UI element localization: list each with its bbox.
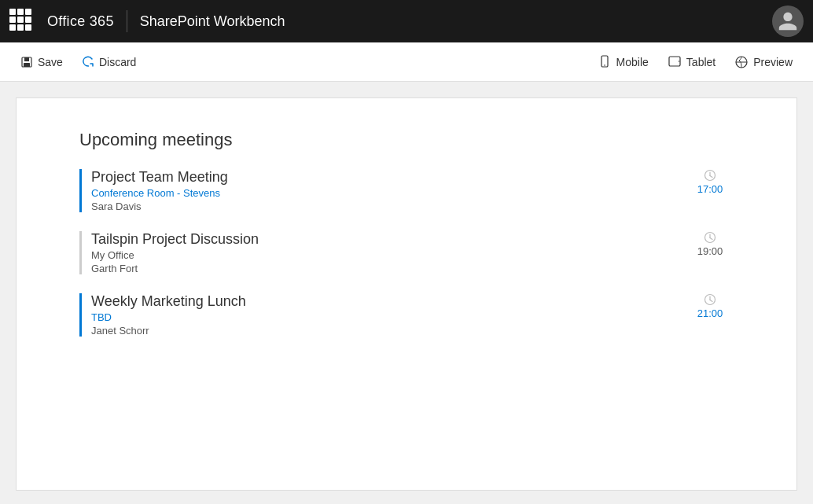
meeting-time-column: 21:00 (686, 293, 734, 319)
title-separator (127, 10, 127, 32)
tablet-icon (668, 55, 682, 69)
meeting-item: Project Team Meeting Conference Room - S… (79, 169, 734, 212)
meeting-details: Weekly Marketing Lunch TBD Janet Schorr (91, 293, 686, 337)
meeting-time: 17:00 (697, 183, 723, 195)
meeting-title: Weekly Marketing Lunch (91, 293, 686, 310)
meetings-list: Project Team Meeting Conference Room - S… (79, 169, 734, 337)
meeting-time-column: 19:00 (686, 231, 734, 257)
tablet-button[interactable]: Tablet (660, 50, 723, 74)
canvas-area: Upcoming meetings Project Team Meeting C… (16, 97, 797, 491)
clock-icon (704, 169, 716, 182)
meeting-details: Project Team Meeting Conference Room - S… (91, 169, 686, 212)
preview-label: Preview (753, 56, 793, 68)
meeting-time: 21:00 (697, 307, 723, 319)
svg-rect-1 (24, 57, 29, 61)
meeting-organizer: Sara Davis (91, 200, 686, 212)
svg-line-13 (710, 238, 712, 240)
save-icon (20, 56, 33, 68)
clock-icon (704, 293, 716, 306)
svg-line-10 (710, 176, 712, 178)
waffle-menu-icon[interactable] (9, 9, 35, 34)
preview-button[interactable]: Preview (727, 50, 800, 74)
save-label: Save (38, 56, 63, 68)
meeting-location: My Office (91, 249, 686, 261)
svg-point-6 (679, 61, 679, 61)
top-bar: Office 365 SharePoint Workbench (0, 0, 813, 42)
meeting-item: Weekly Marketing Lunch TBD Janet Schorr … (79, 293, 734, 337)
meeting-location: Conference Room - Stevens (91, 187, 686, 199)
toolbar: Save Discard Mobile Tablet (0, 42, 813, 82)
clock-icon (704, 231, 716, 244)
meeting-title: Project Team Meeting (91, 169, 686, 186)
mobile-button[interactable]: Mobile (590, 50, 657, 74)
save-button[interactable]: Save (13, 51, 71, 73)
svg-line-16 (710, 300, 712, 302)
svg-rect-2 (24, 63, 30, 67)
user-avatar[interactable] (772, 6, 804, 37)
mobile-label: Mobile (616, 56, 649, 68)
meeting-time-column: 17:00 (686, 169, 734, 195)
app-subtitle: SharePoint Workbench (140, 13, 285, 30)
section-title: Upcoming meetings (79, 130, 734, 150)
preview-icon (734, 55, 749, 69)
svg-point-4 (604, 64, 605, 66)
meeting-location: TBD (91, 311, 686, 323)
tablet-label: Tablet (686, 56, 716, 68)
toolbar-right: Mobile Tablet Preview (590, 50, 800, 74)
mobile-icon (598, 55, 612, 69)
discard-button[interactable]: Discard (74, 51, 144, 73)
meeting-item: Tailspin Project Discussion My Office Ga… (79, 231, 734, 274)
meeting-details: Tailspin Project Discussion My Office Ga… (91, 231, 686, 274)
discard-icon (82, 56, 94, 68)
main-content: Upcoming meetings Project Team Meeting C… (0, 82, 813, 504)
meeting-time: 19:00 (697, 245, 723, 257)
meeting-organizer: Garth Fort (91, 263, 686, 274)
meeting-organizer: Janet Schorr (91, 325, 686, 337)
meeting-title: Tailspin Project Discussion (91, 231, 686, 248)
app-title: Office 365 (47, 13, 114, 30)
discard-label: Discard (99, 56, 136, 68)
